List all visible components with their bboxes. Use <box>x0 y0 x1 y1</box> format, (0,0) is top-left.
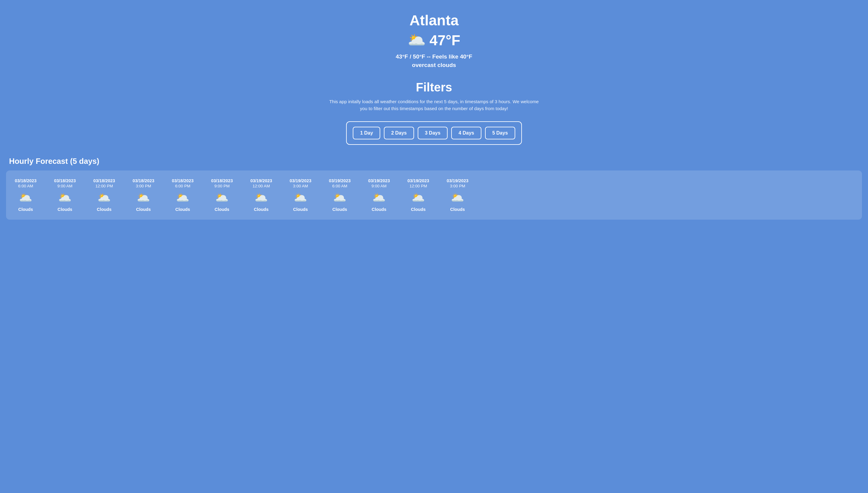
forecast-section: Hourly Forecast (5 days) 03/18/20236:00 … <box>6 157 862 220</box>
forecast-item: 03/19/20233:00 AM🌥️Clouds <box>281 175 320 215</box>
forecast-item-time: 9:00 AM <box>371 184 387 188</box>
forecast-item-condition: Clouds <box>293 207 308 212</box>
forecast-item-time: 12:00 AM <box>253 184 270 188</box>
forecast-item: 03/18/20236:00 AM🌥️Clouds <box>6 175 45 215</box>
forecast-item-condition: Clouds <box>254 207 269 212</box>
forecast-item-icon: 🌥️ <box>137 191 150 204</box>
forecast-item-time: 12:00 PM <box>409 184 427 188</box>
forecast-item-time: 9:00 PM <box>215 184 230 188</box>
forecast-item-icon: 🌥️ <box>58 191 72 204</box>
forecast-item-date: 03/18/2023 <box>93 178 115 183</box>
forecast-item-condition: Clouds <box>372 207 387 212</box>
filters-title: Filters <box>328 81 540 94</box>
forecast-item-condition: Clouds <box>97 207 112 212</box>
forecast-item-icon: 🌥️ <box>98 191 111 204</box>
forecast-item: 03/18/20236:00 PM🌥️Clouds <box>163 175 202 215</box>
forecast-item: 03/19/20236:00 AM🌥️Clouds <box>320 175 359 215</box>
weather-header: Atlanta 🌥️ 47°F 43°F / 50°F -- Feels lik… <box>6 12 862 68</box>
forecast-item-date: 03/18/2023 <box>133 178 154 183</box>
current-temp-row: 🌥️ 47°F <box>6 32 862 48</box>
forecast-item-time: 3:00 PM <box>136 184 151 188</box>
forecast-item-condition: Clouds <box>411 207 426 212</box>
forecast-item-icon: 🌥️ <box>19 191 32 204</box>
forecast-item-date: 03/18/2023 <box>172 178 194 183</box>
filter-btn-5[interactable]: 5 Days <box>485 127 515 140</box>
forecast-item-icon: 🌥️ <box>215 191 229 204</box>
forecast-title: Hourly Forecast (5 days) <box>6 157 862 166</box>
forecast-item-condition: Clouds <box>18 207 33 212</box>
temperature-range: 43°F / 50°F -- Feels like 40°F <box>6 53 862 60</box>
forecast-item-condition: Clouds <box>136 207 151 212</box>
current-temperature: 47°F <box>429 32 460 48</box>
forecast-item-time: 6:00 AM <box>332 184 347 188</box>
filter-btn-4[interactable]: 4 Days <box>451 127 481 140</box>
forecast-item: 03/18/20239:00 PM🌥️Clouds <box>202 175 242 215</box>
forecast-item-time: 3:00 AM <box>293 184 308 188</box>
forecast-item-date: 03/19/2023 <box>290 178 311 183</box>
forecast-item-time: 9:00 AM <box>57 184 73 188</box>
weather-description: overcast clouds <box>6 62 862 68</box>
forecast-item-date: 03/19/2023 <box>447 178 468 183</box>
city-name: Atlanta <box>6 12 862 29</box>
forecast-item-condition: Clouds <box>450 207 465 212</box>
forecast-item-date: 03/19/2023 <box>368 178 390 183</box>
forecast-item-icon: 🌥️ <box>412 191 425 204</box>
forecast-item-date: 03/18/2023 <box>211 178 233 183</box>
forecast-item-time: 6:00 PM <box>175 184 190 188</box>
forecast-item: 03/19/20233:00 PM🌥️Clouds <box>438 175 477 215</box>
forecast-item-date: 03/19/2023 <box>329 178 351 183</box>
forecast-item: 03/18/20239:00 AM🌥️Clouds <box>45 175 85 215</box>
forecast-item-icon: 🌥️ <box>372 191 386 204</box>
forecast-item-condition: Clouds <box>176 207 190 212</box>
forecast-scroll-container[interactable]: 03/18/20236:00 AM🌥️Clouds03/18/20239:00 … <box>6 170 862 220</box>
forecast-item-condition: Clouds <box>332 207 347 212</box>
forecast-item-icon: 🌥️ <box>333 191 346 204</box>
current-weather-icon: 🌥️ <box>408 32 426 48</box>
forecast-item-date: 03/19/2023 <box>407 178 429 183</box>
forecast-item: 03/19/20239:00 AM🌥️Clouds <box>359 175 399 215</box>
forecast-item-condition: Clouds <box>58 207 73 212</box>
forecast-item-date: 03/18/2023 <box>15 178 37 183</box>
forecast-item: 03/19/202312:00 AM🌥️Clouds <box>242 175 281 215</box>
forecast-item: 03/19/202312:00 PM🌥️Clouds <box>399 175 438 215</box>
forecast-item-icon: 🌥️ <box>255 191 268 204</box>
filter-btn-1[interactable]: 1 Day <box>353 127 380 140</box>
forecast-item: 03/18/202312:00 PM🌥️Clouds <box>85 175 124 215</box>
forecast-item-icon: 🌥️ <box>294 191 307 204</box>
forecast-table: 03/18/20236:00 AM🌥️Clouds03/18/20239:00 … <box>6 175 862 215</box>
forecast-item-condition: Clouds <box>215 207 229 212</box>
filters-container: 1 Day2 Days3 Days4 Days5 Days <box>346 121 522 145</box>
forecast-item-time: 12:00 PM <box>96 184 113 188</box>
forecast-item-icon: 🌥️ <box>451 191 464 204</box>
forecast-item-date: 03/18/2023 <box>54 178 76 183</box>
forecast-item-time: 3:00 PM <box>450 184 465 188</box>
filters-description: This app initally loads all weather cond… <box>328 98 540 112</box>
forecast-item-time: 6:00 AM <box>18 184 33 188</box>
filters-section: Filters This app initally loads all weat… <box>328 81 540 145</box>
forecast-item-icon: 🌥️ <box>176 191 189 204</box>
forecast-item-date: 03/19/2023 <box>250 178 272 183</box>
forecast-item: 03/18/20233:00 PM🌥️Clouds <box>124 175 163 215</box>
filter-btn-3[interactable]: 3 Days <box>418 127 448 140</box>
filter-btn-2[interactable]: 2 Days <box>384 127 414 140</box>
